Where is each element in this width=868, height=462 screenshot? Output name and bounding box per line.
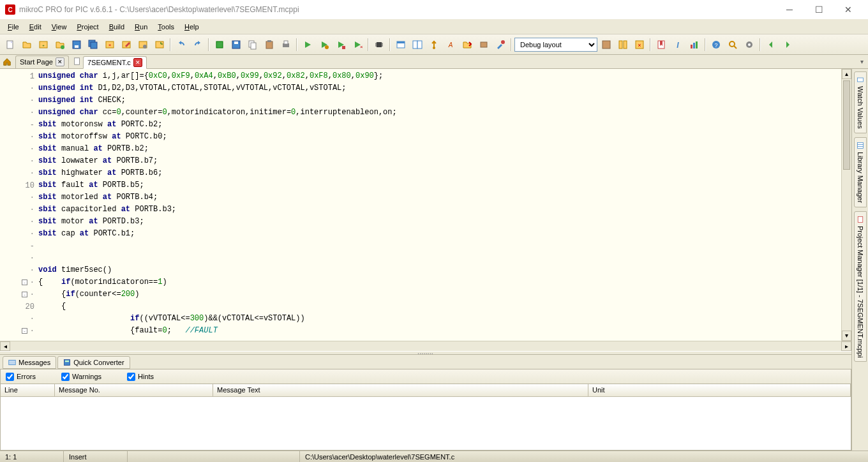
menu-project[interactable]: Project xyxy=(71,21,103,33)
code-area[interactable]: unsigned char i,j,ar[]={0xC0,0xF9,0xA4,0… xyxy=(38,69,841,341)
help-icon[interactable]: ? xyxy=(708,37,724,52)
svg-rect-16 xyxy=(234,41,238,44)
save2-icon[interactable] xyxy=(228,37,244,52)
window2-icon[interactable] xyxy=(410,37,425,52)
tab-messages[interactable]: Messages xyxy=(3,356,56,369)
save-icon[interactable] xyxy=(69,37,84,52)
messages-panel: Messages Quick Converter Errors Warnings… xyxy=(0,355,851,451)
stats-icon[interactable] xyxy=(687,37,702,52)
menu-build[interactable]: Build xyxy=(104,21,130,33)
redo-icon[interactable] xyxy=(190,37,206,52)
scroll-thumb[interactable] xyxy=(843,80,850,170)
build-icon[interactable] xyxy=(212,37,227,52)
svg-rect-18 xyxy=(251,43,256,49)
new-file-icon[interactable] xyxy=(3,37,18,52)
tab-dropdown-icon[interactable]: ▾ xyxy=(857,57,867,67)
filter-hints[interactable]: Hints xyxy=(127,373,154,381)
side-watch-values[interactable]: Watch Values xyxy=(854,71,867,133)
project-settings-icon[interactable] xyxy=(135,37,151,52)
layout-save-icon[interactable] xyxy=(599,37,614,52)
tab-close-icon[interactable]: ✕ xyxy=(133,58,142,67)
bookmark-icon[interactable] xyxy=(654,37,669,52)
nav-fwd-icon[interactable] xyxy=(780,37,795,52)
menu-help[interactable]: Help xyxy=(179,21,204,33)
window1-icon[interactable] xyxy=(393,37,408,52)
status-filepath: C:\Users\acer\Desktop\waterlevel\7SEGMEN… xyxy=(300,451,868,462)
close-project-icon[interactable]: × xyxy=(102,37,117,52)
export-icon[interactable] xyxy=(460,37,475,52)
project-edit-icon[interactable] xyxy=(119,37,134,52)
side-panels: Watch Values Library Manager Project Man… xyxy=(851,69,868,451)
save-all-icon[interactable] xyxy=(86,37,101,52)
minimize-button[interactable]: ─ xyxy=(775,0,804,19)
info-icon[interactable]: I xyxy=(670,37,685,52)
svg-point-12 xyxy=(143,45,147,48)
svg-rect-29 xyxy=(413,41,417,48)
col-msgtext[interactable]: Message Text xyxy=(213,384,588,396)
run-build-icon[interactable] xyxy=(317,37,332,52)
eeprom-icon[interactable] xyxy=(476,37,491,52)
tab-file[interactable]: 7SEGMENT.c ✕ xyxy=(83,56,147,69)
ascii-icon[interactable]: A xyxy=(443,37,458,52)
message-grid[interactable]: Line Message No. Message Text Unit xyxy=(0,384,851,451)
svg-rect-52 xyxy=(64,360,70,366)
run-debug-icon[interactable] xyxy=(333,37,348,52)
options-icon[interactable] xyxy=(742,37,757,52)
layout-del-icon[interactable]: × xyxy=(632,37,647,52)
close-button[interactable]: ✕ xyxy=(834,0,863,19)
horizontal-scrollbar[interactable]: ◂ ▸ xyxy=(0,341,851,351)
svg-point-47 xyxy=(730,41,735,47)
scroll-right-icon[interactable]: ▸ xyxy=(841,341,851,351)
tab-quick-converter[interactable]: Quick Converter xyxy=(57,356,130,369)
open-file-icon[interactable] xyxy=(19,37,34,52)
status-position: 1: 1 xyxy=(0,451,64,462)
svg-point-3 xyxy=(61,45,64,49)
svg-text:×: × xyxy=(108,42,112,48)
project-add-icon[interactable] xyxy=(152,37,167,52)
col-line[interactable]: Line xyxy=(1,384,55,396)
filter-warnings[interactable]: Warnings xyxy=(61,373,101,381)
new-project-icon[interactable]: + xyxy=(36,37,51,52)
side-library-manager[interactable]: Library Manager xyxy=(854,137,867,207)
run-stop-icon[interactable]: × xyxy=(350,37,365,52)
col-unit[interactable]: Unit xyxy=(588,384,851,396)
run-icon[interactable] xyxy=(300,37,315,52)
usb-icon[interactable] xyxy=(426,37,442,52)
undo-icon[interactable] xyxy=(174,37,189,52)
paste-icon[interactable] xyxy=(262,37,277,52)
print-icon[interactable] xyxy=(278,37,294,52)
vertical-scrollbar[interactable]: ▴ ▾ xyxy=(841,69,851,341)
menu-run[interactable]: Run xyxy=(130,21,153,33)
window-title: mikroC PRO for PIC v.6.6.1 - C:\Users\ac… xyxy=(19,5,299,14)
debug-chip-icon[interactable] xyxy=(371,37,387,52)
find-icon[interactable] xyxy=(725,37,740,52)
layout-set-icon[interactable] xyxy=(615,37,631,52)
tab-close-icon[interactable]: ✕ xyxy=(56,57,64,66)
message-grid-header: Line Message No. Message Text Unit xyxy=(1,384,851,397)
svg-rect-43 xyxy=(693,43,695,48)
home-icon[interactable] xyxy=(1,56,13,68)
maximize-button[interactable]: ☐ xyxy=(804,0,834,19)
filter-errors[interactable]: Errors xyxy=(6,373,36,381)
scroll-left-icon[interactable]: ◂ xyxy=(0,341,10,351)
svg-rect-24 xyxy=(342,46,345,49)
app-icon: C xyxy=(5,4,15,15)
side-project-manager[interactable]: Project Manager [1/1] - 7SEGMENT.mcppi xyxy=(854,211,867,362)
code-editor[interactable]: 1···-····10····-··-·-·20·-· unsigned cha… xyxy=(0,69,851,341)
tools-icon[interactable] xyxy=(493,37,508,52)
scroll-down-icon[interactable]: ▾ xyxy=(842,331,851,341)
col-msgno[interactable]: Message No. xyxy=(55,384,213,396)
nav-back-icon[interactable] xyxy=(763,37,779,52)
scroll-up-icon[interactable]: ▴ xyxy=(842,69,851,79)
menu-edit[interactable]: Edit xyxy=(24,21,47,33)
menu-file[interactable]: File xyxy=(3,21,24,33)
open-project-icon[interactable] xyxy=(52,37,68,52)
svg-rect-14 xyxy=(216,41,223,48)
layout-select[interactable]: Debug layout xyxy=(514,38,597,52)
svg-rect-20 xyxy=(267,40,271,42)
copy-icon[interactable] xyxy=(245,37,260,52)
menu-view[interactable]: View xyxy=(47,21,72,33)
svg-rect-13 xyxy=(156,41,163,48)
menu-tools[interactable]: Tools xyxy=(153,21,179,33)
tab-start-page[interactable]: Start Page ✕ xyxy=(15,56,69,68)
